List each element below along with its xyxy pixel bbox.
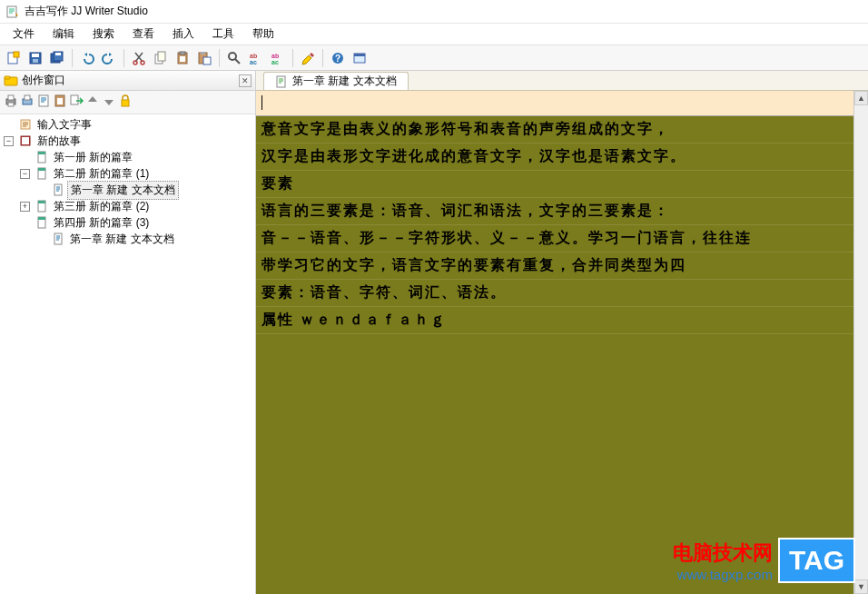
text-icon [52,233,64,245]
menu-view[interactable]: 查看 [123,24,163,45]
left-toolbar [0,91,255,114]
expand-toggle-icon[interactable]: + [20,202,30,212]
find-replace-icon[interactable]: abac [246,48,266,68]
find-icon[interactable] [224,48,244,68]
tree-label: 第三册 新的篇章 (2) [51,198,152,215]
menu-search[interactable]: 搜索 [84,24,123,45]
svg-rect-38 [71,95,78,104]
expand-toggle-icon[interactable]: − [20,169,30,179]
svg-rect-0 [7,6,16,17]
menu-edit[interactable]: 编辑 [44,24,84,45]
editor-line[interactable]: 带学习它的文字，语言文字的要素有重复，合并同类型为四 [256,252,868,280]
export-icon[interactable] [69,94,84,112]
svg-rect-17 [201,52,205,54]
title-bar: 吉吉写作 JJ Writer Studio [0,0,868,24]
left-pane-title: 创作窗口 [22,73,65,88]
document-icon [275,75,288,88]
svg-rect-44 [38,152,45,154]
undo-icon[interactable] [77,48,97,68]
menu-help[interactable]: 帮助 [243,24,283,45]
svg-rect-12 [158,52,165,61]
replace-colored-icon[interactable]: abac [268,48,288,68]
paste-icon[interactable] [173,48,192,68]
tree-row[interactable]: 第一章 新建 文本文档 [0,182,255,198]
svg-text:ab: ab [250,53,257,59]
svg-text:ab: ab [271,53,279,59]
editor-line[interactable]: 汉字是由表形文字进化成的意音文字，汉字也是语素文字。 [256,144,868,171]
separator [219,49,220,67]
scroll-up-icon[interactable]: ▲ [854,91,868,105]
svg-rect-42 [22,137,29,144]
print2-icon[interactable] [20,94,35,112]
tree-view[interactable]: 输入文字事−新的故事第一册 新的篇章−第二册 新的篇章 (1)第一章 新建 文本… [0,114,255,594]
cut-icon[interactable] [129,48,149,68]
pane-close-icon[interactable]: ✕ [239,74,252,87]
page-icon [35,200,48,213]
paste-tree-icon[interactable] [53,94,67,112]
left-pane-header: 创作窗口 ✕ [0,71,255,91]
svg-rect-35 [39,95,48,106]
editor-header-band [256,91,868,116]
save-icon[interactable] [25,48,45,68]
tree-label: 第一册 新的篇章 [51,149,135,166]
svg-rect-31 [8,95,14,100]
paste-special-icon[interactable] [194,48,214,68]
svg-rect-47 [54,184,62,195]
menu-tools[interactable]: 工具 [203,24,243,45]
save-all-icon[interactable] [47,48,67,68]
tree-label: 输入文字事 [35,116,94,134]
tree-row[interactable]: −第二册 新的篇章 (1) [0,165,255,182]
editor-line[interactable]: 要素 [256,171,868,198]
panel-icon [4,74,18,88]
scroll-down-icon[interactable]: ▼ [854,579,868,594]
tree-row[interactable]: +第三册 新的篇章 (2) [0,198,255,214]
editor-line[interactable]: 音－－语音、形－－字符形状、义－－意义。学习一门语言，往往连 [256,225,868,252]
svg-point-10 [141,61,144,64]
text-icon[interactable] [36,94,51,112]
text-cursor [261,95,262,110]
svg-rect-5 [33,59,38,63]
svg-point-9 [133,61,137,64]
tree-row[interactable]: 第一章 新建 文本文档 [0,231,255,247]
help-icon[interactable]: ? [328,48,348,68]
main-body: 创作窗口 ✕ 输入文字事−新的故事第一册 新的篇章−第二册 新的篇章 (1)第一… [0,71,868,594]
new-icon[interactable] [4,48,24,68]
down-icon[interactable] [102,94,116,112]
editor-line[interactable]: 意音文字是由表义的象形符号和表音的声旁组成的文字， [256,116,868,144]
tree-row[interactable]: 输入文字事 [0,116,255,133]
editor-line[interactable]: 要素：语音、字符、词汇、语法。 [256,280,868,307]
svg-rect-37 [57,98,63,104]
scroll-track[interactable] [854,105,868,579]
redo-icon[interactable] [99,48,119,68]
window-icon[interactable] [350,48,370,68]
editor-tab[interactable]: 第一章 新建 文本文档 [263,72,409,90]
svg-rect-51 [38,217,45,220]
up-icon[interactable] [85,94,100,112]
menu-file[interactable]: 文件 [4,24,44,45]
svg-text:ac: ac [250,59,257,65]
editor-line[interactable]: 属性 ｗｅｎｄａｆａｈｇ [256,307,868,334]
app-title: 吉吉写作 JJ Writer Studio [25,4,148,19]
tree-row[interactable]: 第四册 新的篇章 (3) [0,214,255,231]
separator [322,49,323,67]
editor-line[interactable]: 语言的三要素是：语音、词汇和语法，文字的三要素是： [256,198,868,225]
tree-row[interactable]: 第一册 新的篇章 [0,149,255,165]
editor-area[interactable]: 意音文字是由表义的象形符号和表音的声旁组成的文字，汉字是由表形文字进化成的意音文… [256,91,868,594]
tree-label: 新的故事 [35,133,84,150]
menu-insert[interactable]: 插入 [163,24,203,45]
print-icon[interactable] [4,94,18,112]
vertical-scrollbar[interactable]: ▲ ▼ [853,91,868,594]
copy-icon[interactable] [151,48,171,68]
lock-icon[interactable] [118,94,133,112]
expand-toggle-icon[interactable]: − [4,136,14,146]
highlight-icon[interactable] [298,48,318,68]
svg-rect-14 [180,52,185,54]
text-icon [52,183,64,196]
watermark-line1: 电脑技术网 [673,540,773,567]
tree-label: 第一章 新建 文本文档 [67,231,177,248]
tree-row[interactable]: −新的故事 [0,133,255,149]
svg-rect-4 [32,54,39,57]
right-pane: 第一章 新建 文本文档 意音文字是由表义的象形符号和表音的声旁组成的文字，汉字是… [256,71,868,594]
editor-content[interactable]: 意音文字是由表义的象形符号和表音的声旁组成的文字，汉字是由表形文字进化成的意音文… [256,116,868,334]
svg-rect-27 [354,54,365,56]
